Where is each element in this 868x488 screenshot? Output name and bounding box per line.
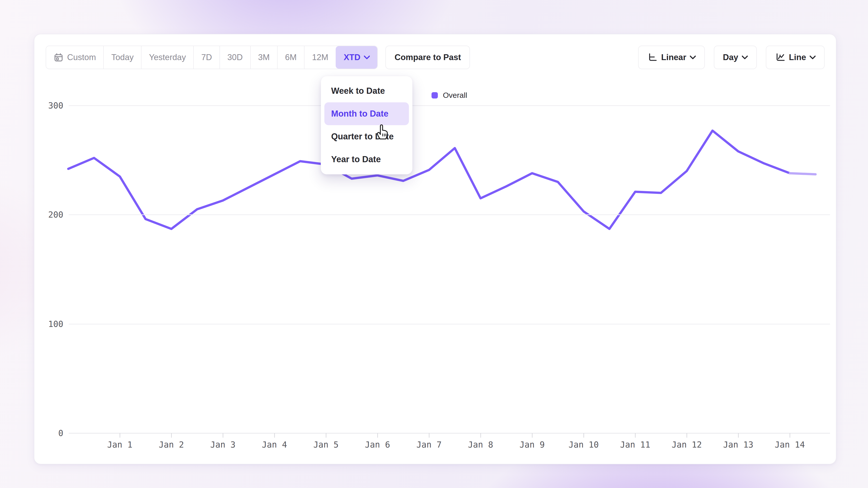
x-axis-tick: [738, 433, 739, 437]
x-axis-tick-label: Jan 2: [159, 440, 184, 450]
range-label: 12M: [312, 53, 328, 62]
granularity-select-button[interactable]: Day: [714, 46, 757, 69]
compare-to-past-button[interactable]: Compare to Past: [385, 46, 470, 69]
range-button-xtd[interactable]: XTD: [336, 46, 377, 69]
scale-label: Linear: [661, 53, 686, 62]
range-button-yesterday[interactable]: Yesterday: [141, 46, 193, 69]
x-axis-tick-label: Jan 5: [313, 440, 338, 450]
range-label: 30D: [227, 53, 243, 62]
y-gridline: [69, 433, 830, 433]
x-axis-tick-label: Jan 6: [365, 440, 390, 450]
cursor-pointer-icon: [375, 124, 389, 140]
line-series-overall: [68, 131, 790, 229]
x-axis-tick: [789, 433, 790, 437]
chart-legend: Overall: [69, 91, 830, 100]
menu-item-week-to-date[interactable]: Week to Date: [324, 79, 409, 102]
x-axis-tick-label: Jan 1: [107, 440, 132, 450]
x-axis-tick: [583, 433, 584, 437]
legend-label: Overall: [443, 91, 467, 100]
chart-toolbar: Custom Today Yesterday 7D 30D 3M 6M 12M …: [46, 46, 825, 69]
granularity-label: Day: [723, 53, 738, 62]
menu-item-label: Week to Date: [331, 86, 385, 96]
x-axis-tick: [120, 433, 120, 437]
x-axis-tick: [635, 433, 636, 437]
axis-linear-icon: [647, 52, 657, 63]
range-button-30d[interactable]: 30D: [219, 46, 250, 69]
x-axis-tick-label: Jan 3: [210, 440, 235, 450]
range-label: Yesterday: [149, 53, 186, 62]
x-axis-tick: [171, 433, 172, 437]
toolbar-spacer: [470, 46, 638, 69]
x-axis-tick-label: Jan 8: [468, 440, 493, 450]
x-axis-tick: [223, 433, 223, 437]
x-axis-tick-label: Jan 10: [568, 440, 599, 450]
menu-item-label: Year to Date: [331, 155, 381, 164]
range-button-12m[interactable]: 12M: [304, 46, 336, 69]
range-label: Custom: [67, 53, 96, 62]
chevron-down-icon: [742, 56, 748, 59]
range-label: XTD: [344, 53, 360, 62]
chart-type-label: Line: [789, 53, 806, 62]
toolbar-gap: [378, 46, 385, 69]
range-button-today[interactable]: Today: [103, 46, 141, 69]
x-axis-tick: [686, 433, 687, 437]
range-label: 7D: [201, 53, 212, 62]
y-gridline: [69, 105, 830, 106]
x-axis-tick: [274, 433, 275, 437]
menu-item-year-to-date[interactable]: Year to Date: [324, 148, 409, 171]
x-axis-tick: [326, 433, 327, 437]
x-axis-tick-label: Jan 11: [620, 440, 650, 450]
x-axis-tick-label: Jan 12: [672, 440, 702, 450]
range-button-3m[interactable]: 3M: [250, 46, 277, 69]
chevron-down-icon: [364, 56, 370, 59]
chart-card: 0100200300Jan 1Jan 2Jan 3Jan 4Jan 5Jan 6…: [34, 34, 836, 464]
range-label: 3M: [258, 53, 270, 62]
line-chart-icon: [775, 52, 785, 63]
compare-to-past-label: Compare to Past: [395, 53, 461, 62]
x-axis-tick: [480, 433, 481, 437]
x-axis-tick-label: Jan 14: [775, 440, 805, 450]
range-label: 6M: [285, 53, 297, 62]
range-label: Today: [111, 53, 133, 62]
range-button-7d[interactable]: 7D: [193, 46, 219, 69]
chevron-down-icon: [810, 56, 815, 59]
x-axis-tick-label: Jan 4: [262, 440, 287, 450]
legend-swatch: [432, 92, 438, 98]
scale-select-button[interactable]: Linear: [638, 46, 705, 69]
x-axis-tick: [429, 433, 430, 437]
x-axis-tick-label: Jan 9: [520, 440, 545, 450]
toolbar-gap: [705, 46, 714, 69]
chevron-down-icon: [690, 56, 696, 59]
y-gridline: [69, 324, 830, 324]
x-axis-tick-label: Jan 13: [723, 440, 753, 450]
range-button-custom[interactable]: Custom: [46, 46, 103, 69]
x-axis-tick-label: Jan 7: [416, 440, 441, 450]
y-axis-tick-label: 200: [34, 210, 63, 220]
y-axis-tick-label: 0: [34, 428, 63, 438]
date-range-segmented-control: Custom Today Yesterday 7D 30D 3M 6M 12M …: [46, 46, 378, 69]
menu-item-quarter-to-date[interactable]: Quarter to Date: [324, 125, 409, 148]
range-button-6m[interactable]: 6M: [277, 46, 304, 69]
x-axis-tick: [532, 433, 532, 437]
menu-item-label: Month to Date: [331, 109, 388, 119]
menu-item-month-to-date[interactable]: Month to Date: [324, 102, 409, 125]
y-axis-tick-label: 100: [34, 319, 63, 329]
line-series-faded-tail: [790, 173, 815, 174]
date-range-dropdown-menu: Week to Date Month to Date Quarter to Da…: [321, 76, 412, 174]
toolbar-gap: [757, 46, 766, 69]
x-axis-tick: [377, 433, 378, 437]
y-gridline: [69, 215, 830, 215]
calendar-icon: [54, 53, 64, 62]
chart-type-select-button[interactable]: Line: [766, 46, 825, 69]
y-axis-tick-label: 300: [34, 101, 63, 110]
